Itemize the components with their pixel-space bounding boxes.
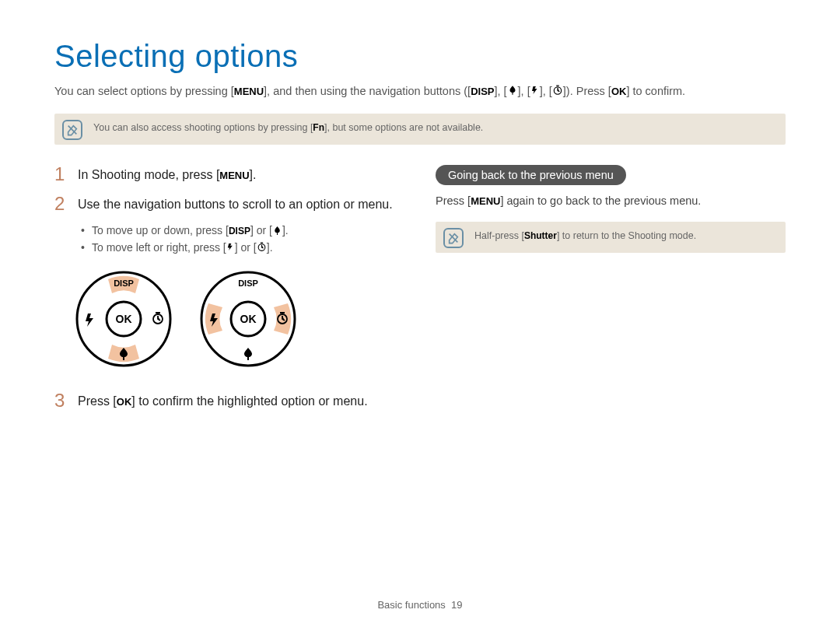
shutter-label: Shutter bbox=[524, 230, 557, 241]
dial-disp-label: DISP bbox=[238, 278, 258, 288]
note-box: Half-press [Shutter] to return to the Sh… bbox=[436, 222, 786, 253]
step-3: 3 Press [OK] to confirm the highlighted … bbox=[54, 391, 404, 410]
flash-icon bbox=[226, 242, 235, 254]
bullet-text: ]. bbox=[267, 241, 273, 254]
footer-section: Basic functions bbox=[377, 599, 445, 611]
left-column: 1 In Shooting mode, press [MENU]. 2 Use … bbox=[54, 165, 404, 421]
intro-text: ], and then using the navigation buttons… bbox=[264, 85, 471, 97]
intro-text: ]). Press [ bbox=[563, 85, 611, 97]
sub-bullet-list: To move up or down, press [DISP] or []. … bbox=[81, 224, 404, 254]
disp-label: DISP bbox=[471, 86, 494, 97]
page-title: Selecting options bbox=[54, 39, 786, 74]
step-text: In Shooting mode, press [ bbox=[78, 168, 219, 181]
macro-icon bbox=[507, 84, 518, 100]
menu-label: MENU bbox=[219, 170, 249, 181]
step-number: 3 bbox=[54, 391, 68, 410]
bullet-item: To move left or right, press [] or []. bbox=[81, 241, 404, 254]
note-text-part: You can also access shooting options by … bbox=[93, 122, 313, 133]
step-text: ]. bbox=[250, 168, 257, 181]
fn-label: Fn bbox=[313, 122, 324, 133]
dial-illustrations: DISP OK D bbox=[73, 268, 404, 370]
step-body: Press [OK] to confirm the highlighted op… bbox=[78, 391, 368, 410]
body-text-part: ] again to go back to the previous menu. bbox=[500, 194, 701, 207]
step-1: 1 In Shooting mode, press [MENU]. bbox=[54, 165, 404, 184]
note-icon bbox=[62, 120, 82, 140]
ok-label: OK bbox=[611, 86, 627, 97]
menu-label: MENU bbox=[471, 195, 500, 207]
bullet-text: ] or [ bbox=[250, 224, 272, 236]
note-text: Half-press [Shutter] to return to the Sh… bbox=[474, 229, 775, 243]
body-text: Press [MENU] again to go back to the pre… bbox=[436, 193, 786, 208]
intro-text: You can select options by pressing [ bbox=[54, 85, 234, 97]
intro-text: ], [ bbox=[540, 85, 552, 97]
step-text: ] to confirm the highlighted option or m… bbox=[131, 394, 367, 408]
timer-icon bbox=[257, 242, 267, 254]
bullet-text: To move left or right, press [ bbox=[92, 241, 226, 254]
dial-horizontal-highlight: DISP OK bbox=[198, 268, 299, 370]
note-text-part: ] to return to the Shooting mode. bbox=[557, 230, 696, 241]
bullet-item: To move up or down, press [DISP] or []. bbox=[81, 224, 404, 237]
intro-text: ], [ bbox=[518, 85, 530, 97]
intro-paragraph: You can select options by pressing [MENU… bbox=[54, 83, 786, 100]
step-body: In Shooting mode, press [MENU]. bbox=[78, 165, 257, 184]
dial-ok-label: OK bbox=[116, 313, 132, 325]
step-number: 1 bbox=[54, 165, 68, 184]
body-text-part: Press [ bbox=[436, 194, 471, 207]
note-icon bbox=[443, 228, 464, 248]
macro-icon bbox=[272, 226, 282, 238]
menu-label: MENU bbox=[234, 86, 264, 97]
bullet-text: ]. bbox=[282, 224, 289, 236]
dial-vertical-highlight: DISP OK bbox=[73, 268, 174, 370]
timer-icon bbox=[552, 84, 563, 100]
step-number: 2 bbox=[54, 194, 68, 213]
flash-icon bbox=[530, 84, 540, 100]
step-body: Use the navigation buttons to scroll to … bbox=[78, 194, 393, 213]
footer-page-number: 19 bbox=[451, 599, 462, 611]
dial-ok-label: OK bbox=[240, 313, 257, 325]
dial-disp-label: DISP bbox=[114, 278, 134, 288]
note-text-part: ], but some options are not available. bbox=[324, 122, 483, 133]
page-footer: Basic functions 19 bbox=[0, 599, 840, 611]
subsection-heading: Going back to the previous menu bbox=[436, 165, 626, 185]
right-column: Going back to the previous menu Press [M… bbox=[436, 165, 786, 421]
intro-text: ] to confirm. bbox=[626, 85, 685, 97]
intro-text: ], [ bbox=[494, 85, 506, 97]
disp-label: DISP bbox=[229, 226, 250, 236]
note-text: You can also access shooting options by … bbox=[93, 121, 775, 135]
bullet-text: To move up or down, press [ bbox=[92, 224, 229, 236]
note-text-part: Half-press [ bbox=[474, 230, 524, 241]
ok-label: OK bbox=[117, 396, 132, 408]
bullet-text: ] or [ bbox=[235, 241, 257, 254]
step-text: Press [ bbox=[78, 394, 117, 408]
note-box: You can also access shooting options by … bbox=[54, 114, 786, 145]
step-2: 2 Use the navigation buttons to scroll t… bbox=[54, 194, 404, 213]
